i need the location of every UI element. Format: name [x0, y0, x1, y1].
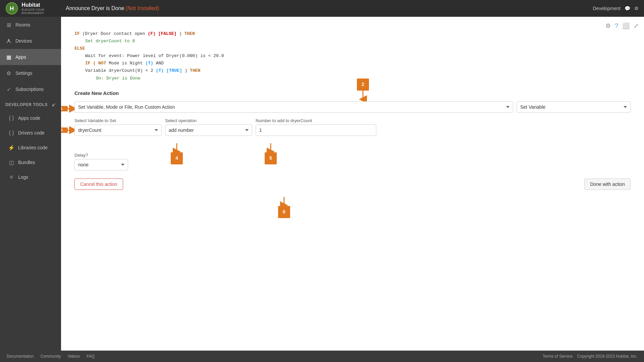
status-badge: (Not Installed) — [126, 5, 159, 11]
svg-point-3 — [7, 42, 8, 43]
cancel-button[interactable]: Cancel this action — [74, 178, 123, 190]
footer-link-community[interactable]: Community — [41, 354, 61, 359]
sidebar-item-drivers-code[interactable]: { } Drivers code — [0, 125, 61, 140]
sidebar-item-settings[interactable]: ⚙ Settings — [0, 65, 61, 81]
sidebar-item-bundles[interactable]: ◫ Bundles — [0, 155, 61, 170]
svg-text:2: 2 — [362, 82, 364, 87]
collapse-icon[interactable]: ↙ — [52, 102, 56, 107]
svg-rect-5 — [61, 106, 68, 111]
sidebar-label-bundles: Bundles — [18, 160, 35, 165]
done-button[interactable]: Done with action — [584, 178, 631, 190]
main-layout: ⊞ Rooms Devices ▦ Apps ⚙ Settings ✓ Subs… — [0, 17, 644, 351]
logo-area: H Hubitat ELEVATE YOUR ENVIRONMENT — [5, 2, 66, 15]
svg-rect-11 — [61, 127, 68, 133]
sidebar-item-subscriptions[interactable]: ✓ Subscriptions — [0, 81, 61, 97]
svg-rect-21 — [278, 206, 290, 218]
sidebar-label-devices: Devices — [15, 38, 32, 44]
action-type-row: 1 Set Variable, Mode or File, Run Custom… — [74, 101, 631, 113]
number-input[interactable] — [256, 124, 376, 136]
terms-of-service-link[interactable]: Terms of Service — [543, 354, 573, 359]
set-variable-select[interactable]: Set Variable — [517, 101, 631, 113]
arrow-1: 1 — [61, 103, 74, 115]
sidebar-label-apps-code: Apps code — [18, 115, 40, 121]
svg-text:1: 1 — [61, 106, 63, 111]
sidebar-label-apps: Apps — [15, 54, 26, 60]
operation-select[interactable]: add number — [165, 124, 252, 136]
hubitat-logo: H — [5, 2, 18, 15]
rooms-icon: ⊞ — [5, 21, 12, 28]
sidebar-item-devices[interactable]: Devices — [0, 33, 61, 49]
sidebar-label-settings: Settings — [15, 70, 33, 76]
svg-text:6: 6 — [283, 209, 285, 214]
copyright-text: Copyright 2018-2023 Hubitat, Inc. — [577, 354, 637, 359]
settings-icon: ⚙ — [5, 70, 12, 76]
sidebar-item-libraries-code[interactable]: ⚡ Libraries code — [0, 140, 61, 155]
variable-field-group: Select Variable to Set dryerCount — [74, 118, 162, 136]
action-buttons: Cancel this action Done with action — [74, 178, 631, 190]
sidebar-item-rooms[interactable]: ⊞ Rooms — [0, 17, 61, 33]
sidebar-item-apps-code[interactable]: { } Apps code — [0, 111, 61, 125]
drivers-code-icon: { } — [8, 130, 15, 136]
apps-code-icon: { } — [8, 115, 15, 121]
content-body: IF (Dryer Door contact open (F) [FALSE] … — [61, 17, 644, 203]
svg-text:3: 3 — [61, 128, 63, 133]
subscriptions-icon: ✓ — [5, 86, 12, 93]
code-block: IF (Dryer Door contact open (F) [FALSE] … — [74, 30, 631, 82]
delay-label: Delay? — [74, 153, 631, 158]
sidebar-label-subscriptions: Subscriptions — [15, 87, 44, 92]
create-action-title: Create New Action — [74, 90, 631, 96]
operation-label: Select operation — [165, 118, 252, 123]
footer-link-faq[interactable]: FAQ — [87, 354, 95, 359]
svg-point-4 — [10, 42, 11, 43]
number-label: Number to add to dryerCount — [256, 118, 376, 123]
devices-icon — [5, 38, 12, 44]
svg-text:H: H — [10, 5, 14, 12]
action-type-select[interactable]: Set Variable, Mode or File, Run Custom A… — [74, 101, 513, 113]
sidebar-item-apps[interactable]: ▦ Apps — [0, 49, 61, 65]
user-icon[interactable]: ⚙ — [634, 6, 639, 11]
content-area: ⚙ ? ⬜ ⤢ IF (Dryer Door contact open (F) … — [61, 17, 644, 351]
bottom-footer: Documentation Community Videos FAQ Terms… — [0, 351, 644, 362]
footer-link-documentation[interactable]: Documentation — [7, 354, 34, 359]
sidebar-label-libraries-code: Libraries code — [18, 145, 48, 150]
dev-mode-label: Development — [593, 6, 621, 11]
number-field-group: Number to add to dryerCount — [256, 118, 376, 136]
delay-select[interactable]: none — [74, 159, 128, 170]
sidebar-item-logs[interactable]: ≡ Logs — [0, 170, 61, 185]
page-title: Announce Dryer is Done (Not Installed) — [66, 5, 593, 11]
developer-tools-header: Developer tools ↙ — [0, 99, 61, 111]
create-action-section: Create New Action 1 — [74, 90, 631, 190]
sidebar-label-drivers-code: Drivers code — [18, 130, 45, 136]
footer-link-videos[interactable]: Videos — [67, 354, 79, 359]
header-actions: Development 💬 ⚙ — [593, 6, 639, 11]
svg-point-2 — [8, 39, 9, 40]
libraries-icon: ⚡ — [8, 144, 15, 151]
operation-field-group: Select operation add number — [165, 118, 252, 136]
delay-row: Delay? none — [74, 153, 631, 170]
sidebar-label-rooms: Rooms — [15, 22, 30, 28]
top-header: H Hubitat ELEVATE YOUR ENVIRONMENT Annou… — [0, 0, 644, 17]
footer-right: Terms of Service Copyright 2018-2023 Hub… — [543, 354, 637, 359]
variable-select[interactable]: dryerCount — [74, 124, 162, 136]
sidebar-label-logs: Logs — [18, 174, 28, 180]
variable-label: Select Variable to Set — [74, 118, 162, 123]
developer-tools-label: Developer tools — [5, 102, 48, 107]
sidebar: ⊞ Rooms Devices ▦ Apps ⚙ Settings ✓ Subs… — [0, 17, 61, 351]
logs-icon: ≡ — [8, 174, 15, 180]
apps-icon: ▦ — [5, 54, 12, 60]
arrow-6: 6 — [276, 195, 292, 220]
notification-icon[interactable]: 💬 — [625, 6, 630, 11]
fields-row: 3 Select Variable to Set dryerCount Sele… — [74, 118, 631, 136]
arrow-3: 3 — [61, 125, 74, 136]
bundles-icon: ◫ — [8, 159, 15, 166]
